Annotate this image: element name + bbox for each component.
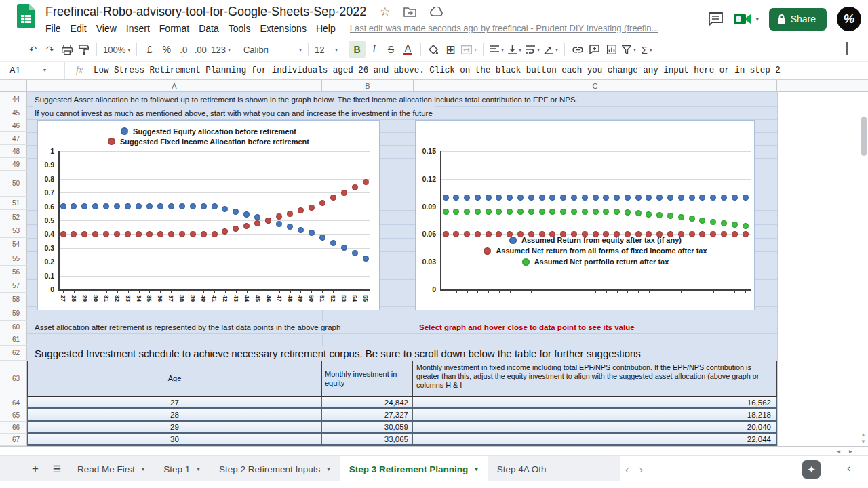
borders-button[interactable]: ⊞ (442, 41, 459, 58)
data-point[interactable] (721, 220, 727, 226)
row-header-59[interactable]: 59 (0, 306, 27, 321)
sheet-tab-step-1[interactable]: Step 1▾ (154, 456, 210, 482)
data-point[interactable] (571, 195, 577, 201)
data-point[interactable] (582, 209, 588, 215)
undo-button[interactable]: ↶ (24, 41, 41, 58)
name-box[interactable]: A1 ▾ (0, 62, 65, 79)
share-button[interactable]: Share (769, 8, 827, 30)
table-cell[interactable]: 27,327 (321, 409, 412, 420)
table-cell[interactable]: 29 (28, 422, 321, 432)
row-header-58[interactable]: 58 (0, 293, 27, 306)
row-header-50[interactable]: 50 (0, 171, 27, 197)
row-header-60[interactable]: 60 (0, 321, 27, 333)
menu-file[interactable]: File (41, 22, 66, 35)
comment-history-icon[interactable] (708, 12, 724, 26)
chart-assumed-returns[interactable]: Assumed Return from equity after tax (if… (415, 120, 755, 310)
data-point[interactable] (352, 184, 358, 190)
table-cell[interactable]: 20,040 (412, 422, 775, 432)
document-title[interactable]: Freefincal-Robo-advisory-tool-for-Google… (45, 5, 366, 19)
data-point[interactable] (146, 231, 153, 237)
data-point[interactable] (319, 235, 326, 241)
sheet-tab-menu-caret[interactable]: ▾ (197, 466, 200, 472)
data-point[interactable] (179, 203, 185, 209)
data-point[interactable] (453, 209, 459, 215)
row-header-45[interactable]: 45 (0, 106, 27, 119)
data-point[interactable] (157, 203, 163, 209)
name-box-caret[interactable]: ▾ (43, 67, 46, 73)
data-point[interactable] (125, 231, 131, 237)
data-point[interactable] (496, 209, 502, 215)
data-point[interactable] (710, 219, 716, 225)
data-point[interactable] (71, 203, 77, 209)
data-point[interactable] (539, 195, 545, 201)
data-point[interactable] (625, 209, 631, 216)
data-point[interactable] (593, 209, 599, 215)
insert-chart-button[interactable] (603, 41, 620, 58)
cell-c60-note[interactable]: Select graph and hover close to data poi… (417, 321, 637, 333)
table-cell[interactable]: 30 (28, 434, 321, 444)
data-point[interactable] (549, 209, 555, 215)
row-header-62[interactable]: 62 (0, 346, 27, 361)
cloud-saved-icon[interactable] (430, 7, 444, 17)
table-cell[interactable]: 16,562 (412, 397, 775, 407)
tab-scroll-left-arrow[interactable]: ‹ (625, 464, 629, 475)
data-point[interactable] (689, 216, 695, 222)
increase-decimal-button[interactable]: .00→ (192, 41, 209, 58)
insert-link-button[interactable] (569, 41, 586, 58)
data-point[interactable] (81, 203, 87, 209)
data-point[interactable] (233, 226, 239, 232)
data-point[interactable] (464, 209, 470, 215)
data-point[interactable] (560, 209, 566, 215)
data-point[interactable] (136, 203, 142, 209)
menu-insert[interactable]: Insert (121, 22, 155, 35)
data-point[interactable] (560, 195, 566, 201)
text-color-button[interactable]: A (399, 41, 416, 58)
row-header-55[interactable]: 55 (0, 251, 27, 266)
strikethrough-button[interactable]: S (382, 41, 399, 58)
menu-tools[interactable]: Tools (224, 22, 256, 35)
horizontal-align-button[interactable]: ▾ (488, 41, 506, 58)
data-point[interactable] (363, 256, 369, 262)
menu-edit[interactable]: Edit (66, 22, 92, 35)
data-point[interactable] (453, 195, 459, 201)
data-point[interactable] (549, 195, 555, 201)
column-header-c[interactable]: C (414, 80, 777, 92)
side-panel-collapse-icon[interactable]: ‹ (847, 462, 851, 475)
data-point[interactable] (243, 223, 250, 229)
number-format-button[interactable]: 123▾ (209, 41, 233, 58)
investment-schedule-table[interactable]: AgeMonthly investment in equityMonthly i… (27, 361, 777, 446)
table-row[interactable]: 2724,84216,562 (27, 397, 777, 409)
data-point[interactable] (276, 221, 282, 227)
data-point[interactable] (635, 210, 642, 216)
bold-button[interactable]: B (349, 41, 366, 58)
data-point[interactable] (92, 203, 98, 209)
data-point[interactable] (443, 195, 449, 201)
data-point[interactable] (528, 195, 534, 201)
row-header-46[interactable]: 46 (0, 119, 27, 132)
row-header-54[interactable]: 54 (0, 238, 27, 251)
cell-a44-text[interactable]: Suggested Asset allocation be to followe… (33, 92, 580, 106)
data-point[interactable] (254, 220, 260, 226)
data-point[interactable] (614, 195, 620, 201)
font-size-select[interactable]: 12▾ (313, 41, 340, 58)
data-point[interactable] (330, 240, 336, 246)
data-point[interactable] (212, 203, 218, 209)
table-row[interactable]: 2930,05920,040 (27, 422, 777, 434)
data-point[interactable] (667, 195, 673, 201)
text-wrap-button[interactable]: ▾ (524, 41, 542, 58)
data-point[interactable] (60, 203, 66, 209)
data-point[interactable] (298, 207, 304, 214)
vertical-scrollbar[interactable]: ▲ ▼ (859, 92, 868, 446)
create-filter-button[interactable]: ▾ (620, 41, 638, 58)
data-point[interactable] (114, 231, 120, 237)
data-point[interactable] (603, 209, 609, 215)
data-point[interactable] (646, 195, 652, 201)
data-point[interactable] (287, 224, 293, 230)
data-point[interactable] (243, 211, 250, 218)
row-header-64[interactable]: 64 (0, 397, 27, 409)
row-header-65[interactable]: 65 (0, 409, 27, 422)
data-point[interactable] (222, 206, 228, 212)
data-point[interactable] (276, 214, 282, 220)
account-avatar[interactable]: % (837, 7, 861, 31)
sheet-tab-step-4a-oth[interactable]: Step 4A Oth (488, 456, 556, 482)
